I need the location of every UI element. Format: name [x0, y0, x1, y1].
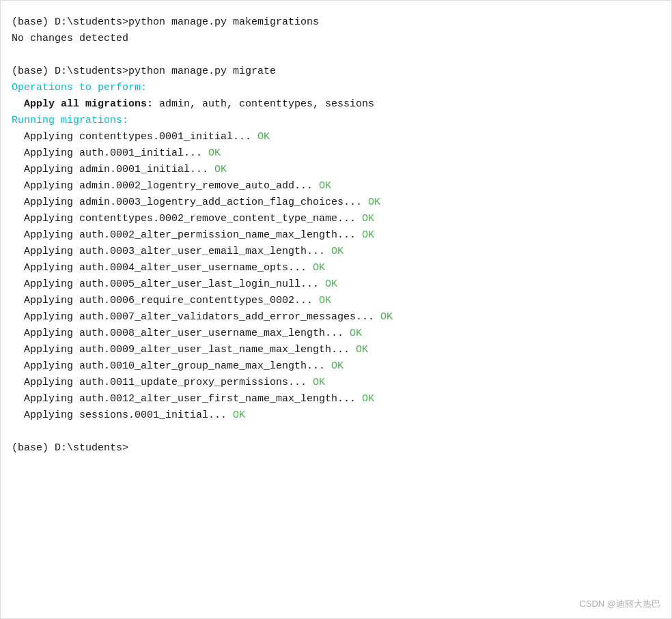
terminal-line: Applying admin.0001_initial... OK: [12, 162, 660, 178]
terminal-line: Operations to perform:: [12, 80, 660, 96]
terminal-output: (base) D:\students>python manage.py make…: [12, 14, 660, 457]
terminal-line: Applying auth.0001_initial... OK: [12, 145, 660, 162]
terminal-line: Applying auth.0010_alter_group_name_max_…: [12, 358, 660, 375]
terminal-line: Applying auth.0006_require_contenttypes_…: [12, 293, 660, 309]
terminal-line: (base) D:\students>: [12, 440, 660, 457]
terminal-line: (base) D:\students>python manage.py make…: [12, 14, 660, 31]
terminal-window: (base) D:\students>python manage.py make…: [0, 0, 672, 619]
terminal-line: Running migrations:: [12, 113, 660, 129]
terminal-line: Applying auth.0007_alter_validators_add_…: [12, 309, 660, 326]
terminal-line: Applying auth.0008_alter_user_username_m…: [12, 326, 660, 342]
terminal-line: Applying contenttypes.0002_remove_conten…: [12, 211, 660, 227]
terminal-line: Applying contenttypes.0001_initial... OK: [12, 129, 660, 145]
terminal-line: (base) D:\students>python manage.py migr…: [12, 63, 660, 80]
terminal-line: Apply all migrations: admin, auth, conte…: [12, 96, 660, 113]
terminal-line: Applying auth.0004_alter_user_username_o…: [12, 260, 660, 276]
terminal-line: Applying admin.0003_logentry_add_action_…: [12, 195, 660, 211]
terminal-line: Applying auth.0003_alter_user_email_max_…: [12, 244, 660, 260]
terminal-line: No changes detected: [12, 31, 660, 47]
terminal-line: Applying auth.0009_alter_user_last_name_…: [12, 342, 660, 358]
terminal-line: Applying sessions.0001_initial... OK: [12, 407, 660, 424]
terminal-line: Applying auth.0005_alter_user_last_login…: [12, 276, 660, 293]
terminal-line: Applying auth.0002_alter_permission_name…: [12, 227, 660, 244]
terminal-line: Applying auth.0012_alter_user_first_name…: [12, 391, 660, 407]
terminal-line: Applying admin.0002_logentry_remove_auto…: [12, 178, 660, 195]
watermark: CSDN @迪丽大热巴: [579, 598, 660, 610]
terminal-line: Applying auth.0011_update_proxy_permissi…: [12, 375, 660, 391]
